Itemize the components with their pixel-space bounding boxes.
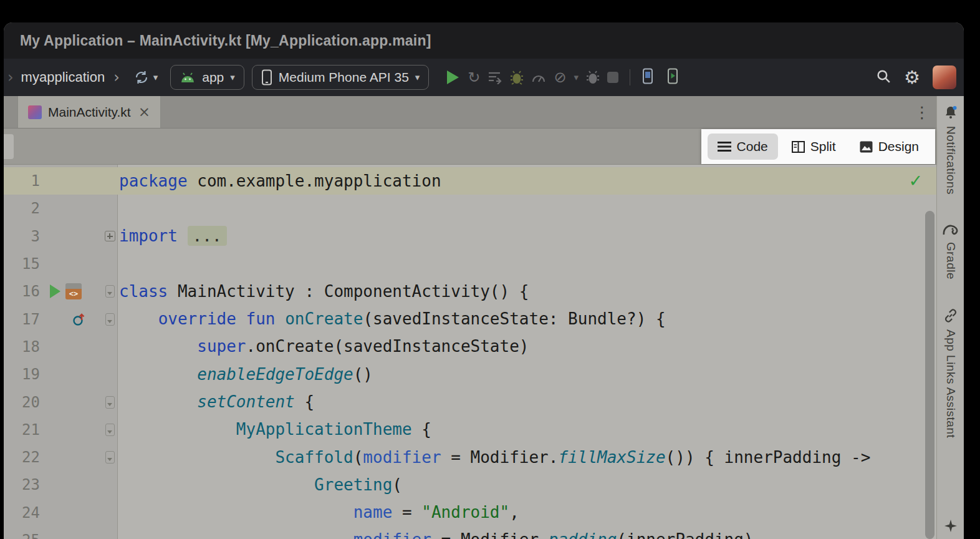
- line-number: 25: [4, 532, 40, 539]
- screen: My Application – MainActivity.kt [My_App…: [0, 0, 980, 539]
- code-line[interactable]: 15: [4, 250, 936, 278]
- split-icon: [792, 141, 805, 153]
- code-line[interactable]: 1package com.example.myapplication: [4, 167, 936, 195]
- restart-activity-icon[interactable]: ↻: [468, 69, 480, 86]
- line-number: 1: [4, 172, 40, 190]
- line-number: 23: [4, 476, 40, 493]
- module-selector[interactable]: app ▾: [170, 65, 244, 90]
- search-icon[interactable]: [876, 69, 891, 87]
- running-devices-icon[interactable]: [666, 68, 679, 87]
- caret-down-icon: ▾: [153, 72, 158, 83]
- tab-mainactivity[interactable]: MainActivity.kt ×: [17, 96, 161, 128]
- line-number: 22: [4, 449, 40, 466]
- run-button[interactable]: [445, 69, 460, 85]
- android-icon: [180, 72, 196, 83]
- window-title: My Application – MainActivity.kt [My_App…: [20, 32, 431, 49]
- device-selector[interactable]: Medium Phone API 35 ▾: [252, 65, 430, 90]
- sync-project-icon: [133, 70, 150, 85]
- code-text: override fun onCreate(savedInstanceState…: [118, 309, 666, 329]
- tool-notifications[interactable]: Notifications: [943, 105, 958, 195]
- code-line[interactable]: 2: [4, 195, 936, 222]
- line-number: 2: [4, 200, 40, 217]
- caret-down-icon: ▾: [230, 72, 235, 83]
- editor-toolbar: Code Split Design: [4, 129, 936, 165]
- run-line-icon[interactable]: [50, 284, 60, 298]
- device-label: Medium Phone API 35: [279, 70, 409, 85]
- code-line[interactable]: 18 super.onCreate(savedInstanceState): [4, 333, 936, 361]
- editor-tab-bar: MainActivity.kt × ⋮: [4, 96, 936, 129]
- kotlin-file-icon: [28, 105, 42, 119]
- code-line[interactable]: 21 MyApplicationTheme {: [4, 416, 936, 444]
- caret-down-icon: ▾: [415, 72, 420, 83]
- fold-icon[interactable]: [105, 451, 115, 464]
- code-line[interactable]: 19 enableEdgeToEdge(): [4, 361, 936, 388]
- code-line[interactable]: 23 Greeting(: [4, 471, 936, 498]
- code-line[interactable]: 20 setContent {: [4, 388, 936, 415]
- code-line[interactable]: 16<>class MainActivity : ComponentActivi…: [4, 278, 936, 305]
- code-editor[interactable]: 1package com.example.myapplication23impo…: [4, 165, 936, 539]
- toolbar-caret-icon[interactable]: ▾: [574, 72, 579, 83]
- right-tool-stripe: Notifications Gradle App Links Assistant: [936, 96, 964, 539]
- bell-icon: [943, 105, 958, 120]
- view-mode-code[interactable]: Code: [708, 134, 778, 160]
- more-options-icon[interactable]: ⋮: [914, 103, 930, 122]
- android-studio-window: My Application – MainActivity.kt [My_App…: [4, 22, 964, 539]
- ai-assistant-icon[interactable]: [944, 519, 958, 535]
- tab-label: MainActivity.kt: [48, 105, 131, 120]
- project-breadcrumb[interactable]: myapplication: [21, 69, 105, 85]
- debug-icon[interactable]: [510, 70, 524, 85]
- user-avatar[interactable]: [933, 66, 956, 89]
- sync-project-button[interactable]: ▾: [133, 70, 158, 85]
- code-text: package com.example.myapplication: [118, 172, 441, 191]
- code-line[interactable]: 17 override fun onCreate(savedInstanceSt…: [4, 305, 936, 333]
- tool-gradle[interactable]: Gradle: [943, 223, 959, 279]
- line-number: 19: [4, 366, 40, 383]
- main-toolbar: › myapplication › ▾ app ▾ Medium Ph: [4, 59, 964, 96]
- restart-debug-icon[interactable]: [586, 70, 600, 85]
- vertical-scrollbar[interactable]: [925, 211, 934, 539]
- left-stripe-stub: [4, 134, 14, 159]
- phone-icon: [261, 69, 272, 85]
- unfold-icon[interactable]: [105, 231, 115, 241]
- code-line[interactable]: 25 modifier = Modifier.padding(innerPadd…: [4, 527, 936, 539]
- apply-code-changes-icon[interactable]: [488, 70, 502, 84]
- view-mode-split[interactable]: Split: [782, 134, 846, 160]
- attach-debugger-icon[interactable]: ⊘: [554, 69, 566, 86]
- code-text: name = "Android",: [118, 503, 519, 522]
- nav-chevron-icon: ›: [7, 69, 14, 86]
- tool-app-links-assistant[interactable]: App Links Assistant: [943, 308, 958, 438]
- fold-icon[interactable]: [105, 424, 115, 436]
- compose-class-icon[interactable]: <>: [65, 283, 82, 299]
- tool-label: Gradle: [944, 242, 958, 279]
- code-line[interactable]: 22 Scaffold(modifier = Modifier.fillMaxS…: [4, 444, 936, 471]
- fold-icon[interactable]: [105, 285, 115, 298]
- code-icon: [718, 141, 731, 152]
- line-number: 15: [4, 255, 40, 273]
- code-text: setContent {: [118, 392, 314, 412]
- view-mode-switcher: Code Split Design: [701, 129, 935, 164]
- view-mode-design[interactable]: Design: [850, 134, 929, 160]
- fold-icon[interactable]: [105, 396, 115, 409]
- settings-gear-icon[interactable]: ⚙: [904, 67, 920, 88]
- code-text: modifier = Modifier.padding(innerPadding…: [118, 530, 754, 539]
- code-text: Greeting(: [118, 475, 402, 495]
- code-text: enableEdgeToEdge(): [118, 365, 373, 384]
- gradle-icon: [943, 223, 959, 236]
- link-icon: [943, 308, 958, 323]
- line-number: 18: [4, 338, 40, 356]
- inspections-ok-icon: ✓: [908, 171, 923, 190]
- close-tab-icon[interactable]: ×: [137, 105, 151, 119]
- module-label: app: [202, 70, 224, 85]
- stop-button[interactable]: [607, 72, 618, 83]
- code-line[interactable]: 24 name = "Android",: [4, 499, 936, 527]
- line-number: 24: [4, 504, 40, 522]
- profiler-icon[interactable]: [531, 71, 546, 84]
- code-text: MyApplicationTheme {: [118, 420, 431, 439]
- fold-icon[interactable]: [105, 313, 115, 326]
- line-number: 3: [4, 228, 40, 245]
- code-text: super.onCreate(savedInstanceState): [118, 337, 529, 356]
- line-number: 20: [4, 394, 40, 411]
- device-manager-icon[interactable]: [641, 68, 654, 87]
- override-method-icon[interactable]: [72, 313, 86, 326]
- code-line[interactable]: 3import ...: [4, 223, 936, 250]
